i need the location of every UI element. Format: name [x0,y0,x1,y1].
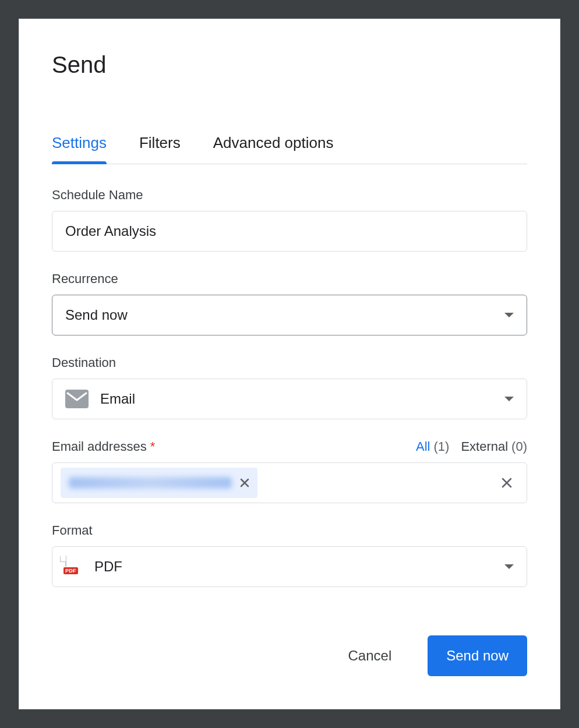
required-indicator: * [150,439,156,454]
format-select[interactable]: PDF PDF [52,546,527,587]
recurrence-label: Recurrence [52,271,527,287]
tab-filters[interactable]: Filters [139,134,181,164]
pdf-badge-text: PDF [63,567,78,574]
cancel-button[interactable]: Cancel [330,635,411,676]
dialog-footer: Cancel Send now [330,635,527,676]
schedule-name-input[interactable] [52,211,527,252]
chevron-down-icon [504,564,514,569]
tabs: Settings Filters Advanced options [52,134,527,164]
destination-label: Destination [52,355,527,370]
email-addresses-input[interactable] [52,462,527,503]
send-now-button[interactable]: Send now [428,635,527,676]
tab-advanced-options[interactable]: Advanced options [213,134,334,164]
format-group: Format PDF PDF [52,523,527,587]
close-icon [500,476,514,490]
recurrence-select[interactable]: Send now [52,295,527,335]
email-chip [61,468,257,498]
pdf-icon: PDF [65,556,83,577]
schedule-name-label: Schedule Name [52,188,527,203]
recurrence-group: Recurrence Send now [52,271,527,335]
recurrence-value: Send now [65,307,504,323]
email-chip-remove-button[interactable] [239,477,250,489]
email-filter-external-count: (0) [511,439,527,454]
chevron-down-icon [504,313,514,317]
email-filter-all[interactable]: All (1) [416,439,449,454]
format-label: Format [52,523,527,538]
dialog-title: Send [52,52,527,78]
email-chip-text [69,477,232,489]
svg-rect-0 [65,390,89,408]
destination-value: Email [100,391,504,407]
email-clear-button[interactable] [495,476,518,490]
email-filter-all-count: (1) [434,439,450,454]
destination-select[interactable]: Email [52,379,527,419]
destination-group: Destination Email [52,355,527,419]
email-addresses-label: Email addresses * [52,439,404,454]
send-dialog: Send Settings Filters Advanced options S… [19,19,560,709]
tab-settings[interactable]: Settings [52,134,107,164]
email-filter-external-name: External [461,439,508,454]
email-addresses-label-text: Email addresses [52,439,147,454]
schedule-name-group: Schedule Name [52,188,527,252]
email-filter-external[interactable]: External (0) [461,439,527,454]
chevron-down-icon [504,397,514,401]
email-filter-all-name: All [416,439,430,454]
close-icon [239,477,250,489]
email-addresses-group: Email addresses * All (1) External (0) [52,439,527,503]
email-icon [65,390,89,408]
format-value: PDF [94,559,504,575]
